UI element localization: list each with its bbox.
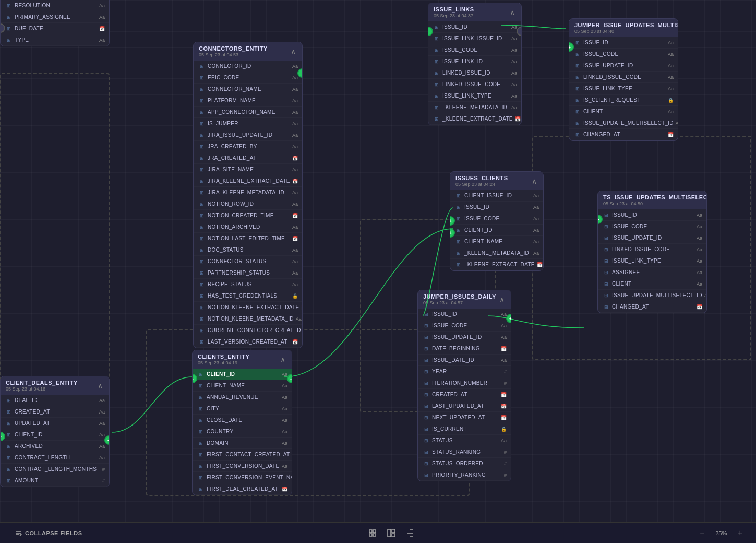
fit-view-button[interactable] xyxy=(365,527,380,539)
field-icon-archived: ⊞ xyxy=(5,443,12,450)
table-name-connectors: CONNECTORS_ENTITY xyxy=(199,45,290,52)
table-header-client-deals[interactable]: CLIENT_DEALS_ENTITY 05 Sep 23 at 04:16 ∧ xyxy=(1,376,109,395)
field-icon-client-id-deals: ⊞ xyxy=(5,431,12,439)
zoom-in-button[interactable]: + xyxy=(735,526,746,540)
field-partnership-status: ⊞ PARTNERSHIP_STATUS Aa xyxy=(194,267,302,279)
field-linked-issue-id: ⊞ LINKED_ISSUE_ID Aa xyxy=(428,67,521,79)
field-icon-created-at: ⊞ xyxy=(5,408,12,416)
field-type: ⊞ TYPE Aa xyxy=(1,34,109,46)
table-header-connectors[interactable]: CONNECTORS_ENTITY 05 Sep 23 at 04:53 ∧ xyxy=(194,42,302,61)
table-issues-clients: ISSUES_CLIENTS 05 Sep 23 at 04:24 ∧ ⊞ CL… xyxy=(450,171,544,271)
zoom-in-icon: + xyxy=(738,528,742,538)
table-header-jumper-daily[interactable]: JUMPER_ISSUES_DAILY 05 Sep 23 at 04:57 ∧ xyxy=(418,290,511,309)
field-issue-code-ts: ⊞ ISSUE_CODE Aa xyxy=(598,221,706,232)
table-date-issues-clients: 05 Sep 23 at 04:24 xyxy=(455,182,531,187)
field-domain: ⊞ DOMAIN Aa xyxy=(193,438,292,449)
field-issue-link-id: ⊞ ISSUE_LINK_ID Aa xyxy=(428,56,521,67)
collapse-btn-clients[interactable]: ∧ xyxy=(279,356,286,363)
field-notion-archived: ⊞ NOTION_ARCHIVED Aa xyxy=(194,221,302,233)
table-date-ts-multi: 05 Sep 23 at 04:50 xyxy=(603,201,707,206)
svg-rect-3 xyxy=(369,530,372,533)
table-date-jumper-multi: 05 Sep 23 at 04:40 xyxy=(574,29,678,34)
field-jra-created-at: ⊞ JRA_CREATED_AT 📅 xyxy=(194,152,302,164)
field-icon-amount: ⊞ xyxy=(5,477,12,485)
field-notion-last-edited: ⊞ NOTION_LAST_EDITED_TIME 📅 xyxy=(194,233,302,244)
field-linked-issue-code: ⊞ LINKED_ISSUE_CODE Aa xyxy=(428,79,521,90)
field-created-at-jd: ⊞ CREATED_AT 📅 xyxy=(418,389,511,400)
table-name-client-deals: CLIENT_DEALS_ENTITY xyxy=(6,380,97,386)
field-created-at: ⊞ CREATED_AT Aa xyxy=(1,406,109,418)
field-issue-id-ic: ⊞ ISSUE_ID Aa xyxy=(450,202,543,213)
field-client-jm: ⊞ CLIENT Aa xyxy=(569,106,678,117)
collapse-btn-issue-links[interactable]: ∧ xyxy=(509,9,516,16)
layout-button[interactable] xyxy=(384,527,399,539)
table-name-issue-links: ISSUE_LINKS xyxy=(434,6,509,13)
field-client-name-ic: ⊞ CLIENT_NAME Aa xyxy=(450,236,543,247)
layout-icon xyxy=(387,529,395,537)
field-issue-id-links: ⊞ ISSUE_ID Aa xyxy=(428,21,521,33)
field-issue-link-type-jm: ⊞ ISSUE_LINK_TYPE Aa xyxy=(569,83,678,95)
collapse-fields-icon xyxy=(15,529,22,537)
svg-rect-5 xyxy=(369,534,372,536)
field-client-ts: ⊞ CLIENT Aa xyxy=(598,278,706,290)
field-contract-length-months: ⊞ CONTRACT_LENGTH_MONTHS # xyxy=(1,464,109,475)
field-last-version-created: ⊞ LAST_VERSION_CREATED_AT 📅 xyxy=(194,336,302,348)
collapse-fields-button[interactable]: COLLAPSE FIELDS xyxy=(10,527,87,539)
svg-rect-7 xyxy=(388,529,391,537)
field-jira-issue-update-id: ⊞ JIRA_ISSUE_UPDATE_ID Aa xyxy=(194,129,302,141)
field-issue-link-type-ts: ⊞ ISSUE_LINK_TYPE Aa xyxy=(598,255,706,267)
field-iteration-number: ⊞ ITERATION_NUMBER # xyxy=(418,377,511,389)
field-kleene-extract-links: ⊞ _KLEENE_EXTRACT_DATE 📅 xyxy=(428,113,521,125)
field-first-contact-created: ⊞ FIRST_CONTACT_CREATED_AT 📅 xyxy=(193,449,292,461)
table-header-ts-multi[interactable]: TS_ISSUE_UPDATES_MULTISELECT 05 Sep 23 a… xyxy=(598,191,706,209)
field-epic-code: ⊞ EPIC_CODE Aa xyxy=(194,72,302,84)
field-notion-row-id: ⊞ NOTION_ROW_ID Aa xyxy=(194,198,302,210)
table-clients-entity: CLIENTS_ENTITY 05 Sep 23 at 04:19 ∧ ⊞ CL… xyxy=(192,350,292,495)
field-issue-update-id-jm: ⊞ ISSUE_UPDATE_ID Aa xyxy=(569,60,678,72)
zoom-out-icon: − xyxy=(700,528,704,538)
fit-view-icon xyxy=(368,529,377,537)
table-header-issue-links[interactable]: ISSUE_LINKS 05 Sep 23 at 04:37 ∧ xyxy=(428,3,521,21)
field-platform-name: ⊞ PLATFORM_NAME Aa xyxy=(194,95,302,107)
table-name-jumper-daily: JUMPER_ISSUES_DAILY xyxy=(423,293,498,300)
field-first-deal-created: ⊞ FIRST_DEAL_CREATED_AT 📅 xyxy=(193,483,292,495)
field-issue-update-id-ts: ⊞ ISSUE_UPDATE_ID Aa xyxy=(598,232,706,244)
field-next-updated-at: ⊞ NEXT_UPDATED_AT 📅 xyxy=(418,412,511,423)
field-issue-code-links: ⊞ ISSUE_CODE Aa xyxy=(428,44,521,56)
field-jira-kleene-metadata: ⊞ JIRA_KLEENE_METADATA_ID Aa xyxy=(194,187,302,198)
field-kleene-metadata-links: ⊞ _KLEENE_METADATA_ID Aa xyxy=(428,102,521,113)
field-jira-kleene-extract: ⊞ JIRA_KLEENE_EXTRACT_DATE 📅 xyxy=(194,175,302,187)
table-header-issues-clients[interactable]: ISSUES_CLIENTS 05 Sep 23 at 04:24 ∧ xyxy=(450,172,543,190)
selection-box-left xyxy=(0,73,110,402)
table-header-jumper-multi[interactable]: JUMPER_ISSUE_UPDATES_MULTISELECT 05 Sep … xyxy=(569,19,678,37)
field-linked-issue-code-jm: ⊞ LINKED_ISSUE_CODE Aa xyxy=(569,72,678,83)
field-client-name-clients: ⊞ CLIENT_NAME Aa xyxy=(193,380,292,392)
table-date-jumper-daily: 05 Sep 23 at 04:57 xyxy=(423,300,498,305)
field-notion-kleene-extract: ⊞ NOTION_KLEENE_EXTRACT_DATE 📅 xyxy=(194,302,302,313)
zoom-out-button[interactable]: − xyxy=(697,526,707,540)
field-status-jd: ⊞ STATUS Aa xyxy=(418,435,511,446)
collapse-btn-connectors[interactable]: ∧ xyxy=(290,48,297,55)
collapse-btn-jumper-daily[interactable]: ∧ xyxy=(498,296,506,303)
table-header-clients[interactable]: CLIENTS_ENTITY 05 Sep 23 at 04:19 ∧ xyxy=(193,350,292,369)
field-first-conversion-date: ⊞ FIRST_CONVERSION_DATE Aa xyxy=(193,461,292,472)
table-date-clients: 05 Sep 23 at 04:19 xyxy=(198,360,279,365)
field-year-jd: ⊞ YEAR # xyxy=(418,366,511,377)
field-doc-status: ⊞ DOC_STATUS Aa xyxy=(194,244,302,256)
field-deal-id: ⊞ DEAL_ID Aa xyxy=(1,395,109,406)
table-partial-top: ⊞ RESOLUTION Aa ⊞ PRIMARY_ASSIGNEE Aa ⊞ … xyxy=(0,0,110,46)
toolbar-left: COLLAPSE FIELDS xyxy=(10,527,87,539)
field-archived: ⊞ ARCHIVED Aa xyxy=(1,441,109,452)
field-issue-update-id-jd: ⊞ ISSUE_UPDATE_ID Aa xyxy=(418,332,511,343)
field-connector-name: ⊞ CONNECTOR_NAME Aa xyxy=(194,84,302,95)
field-issue-link-type: ⊞ ISSUE_LINK_TYPE Aa xyxy=(428,90,521,102)
horizontal-layout-button[interactable] xyxy=(403,527,417,539)
field-has-test-credentials: ⊞ HAS_TEST_CREDENTIALS 🔒 xyxy=(194,290,302,302)
field-amount: ⊞ AMOUNT # xyxy=(1,475,109,487)
horizontal-layout-icon xyxy=(406,529,414,537)
field-jra-created-by: ⊞ JRA_CREATED_BY Aa xyxy=(194,141,302,152)
collapse-btn-client-deals[interactable]: ∧ xyxy=(97,382,104,389)
field-linked-issue-code-ts: ⊞ LINKED_ISSUE_CODE Aa xyxy=(598,244,706,255)
field-icon-contract-length: ⊞ xyxy=(5,454,12,462)
collapse-btn-issues-clients[interactable]: ∧ xyxy=(531,178,538,185)
